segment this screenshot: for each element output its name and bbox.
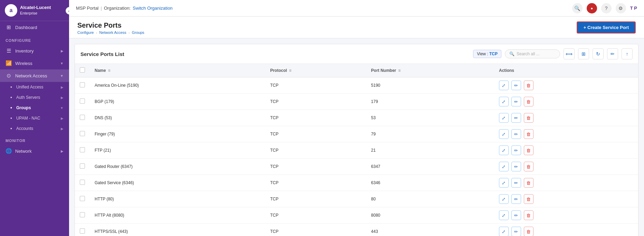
settings-icon-btn[interactable]: ⚙ [616, 3, 626, 13]
sidebar-item-wireless[interactable]: 📶 Wireless ▼ [0, 57, 69, 69]
delete-action-button[interactable]: 🗑 [524, 210, 534, 220]
table-row: Gated Router (6347) TCP 6347 ⤢ ✏ 🗑 [75, 159, 638, 175]
row-checkbox-cell [75, 175, 90, 191]
network-expand-arrow: ▶ [61, 149, 64, 153]
upam-nac-arrow: ▶ [61, 116, 64, 120]
view-action-button[interactable]: ⤢ [499, 113, 509, 123]
notification-avatar[interactable]: ● [587, 3, 597, 13]
row-protocol: TCP [265, 191, 366, 207]
row-checkbox[interactable] [80, 228, 85, 234]
row-checkbox[interactable] [80, 212, 85, 217]
edit-button[interactable]: ✏ [607, 48, 618, 59]
sidebar: a Alcatel-Lucent Enterprise ◀ ⊞ Dashboar… [0, 0, 69, 236]
table-row: HTTP Alt (8080) TCP 8080 ⤢ ✏ 🗑 [75, 207, 638, 224]
view-filter-badge[interactable]: View : TCP [473, 50, 501, 58]
row-checkbox[interactable] [80, 163, 85, 169]
page-header: Service Ports Configure - Network Access… [69, 17, 644, 38]
delete-action-button[interactable]: 🗑 [524, 145, 534, 155]
export-button[interactable]: ↑ [622, 48, 633, 59]
view-action-button[interactable]: ⤢ [499, 178, 509, 188]
refresh-button[interactable]: ↻ [593, 48, 604, 59]
view-action-button[interactable]: ⤢ [499, 162, 509, 171]
switch-org-link[interactable]: Switch Organization [133, 6, 173, 11]
edit-action-button[interactable]: ✏ [511, 210, 521, 220]
breadcrumb-groups[interactable]: Groups [132, 30, 144, 35]
delete-action-button[interactable]: 🗑 [524, 162, 534, 171]
wireless-icon: 📶 [6, 60, 12, 66]
create-service-port-button[interactable]: + Create Service Port [577, 21, 636, 34]
edit-action-button[interactable]: ✏ [511, 162, 521, 171]
delete-action-button[interactable]: 🗑 [524, 194, 534, 204]
edit-action-button[interactable]: ✏ [511, 129, 521, 139]
delete-action-button[interactable]: 🗑 [524, 113, 534, 123]
row-checkbox[interactable] [80, 196, 85, 201]
view-action-button[interactable]: ⤢ [499, 97, 509, 106]
search-icon-btn[interactable]: 🔍 [572, 3, 583, 13]
sidebar-sub-item-upam-nac[interactable]: UPAM - NAC ▶ [0, 113, 69, 123]
search-box[interactable]: 🔍 Search all ... [505, 49, 560, 58]
user-initials[interactable]: T P [630, 6, 637, 11]
page-header-left: Service Ports Configure - Network Access… [77, 21, 144, 35]
inventory-expand-arrow: ▶ [61, 49, 64, 53]
network-icon: 🌐 [6, 148, 12, 154]
sidebar-sub-item-auth-servers[interactable]: Auth Servers ▶ [0, 92, 69, 103]
table-row: HTTPS/SSL (443) TCP 443 ⤢ ✏ 🗑 [75, 224, 638, 236]
sidebar-item-dashboard[interactable]: ⊞ Dashboard [0, 21, 69, 34]
table-title: Service Ports List [80, 51, 470, 57]
column-chooser-button[interactable]: ⊞ [578, 48, 589, 59]
table-row: DNS (53) TCP 53 ⤢ ✏ 🗑 [75, 110, 638, 126]
page-title: Service Ports [77, 21, 144, 29]
view-action-button[interactable]: ⤢ [499, 210, 509, 220]
service-ports-table-panel: Service Ports List View : TCP 🔍 Search a… [75, 44, 638, 236]
name-sort-icon[interactable]: ≡ [108, 68, 110, 73]
row-protocol: TCP [265, 77, 366, 94]
edit-action-button[interactable]: ✏ [511, 178, 521, 188]
row-name: HTTPS/SSL (443) [90, 224, 265, 236]
view-action-button[interactable]: ⤢ [499, 227, 509, 236]
row-protocol: TCP [265, 159, 366, 175]
delete-action-button[interactable]: 🗑 [524, 81, 534, 90]
help-icon-btn[interactable]: ? [601, 3, 612, 13]
sidebar-item-network[interactable]: 🌐 Network ▶ [0, 145, 69, 157]
breadcrumb-network-access[interactable]: Network Access [99, 30, 126, 35]
row-checkbox[interactable] [80, 147, 85, 152]
row-checkbox[interactable] [80, 98, 85, 104]
port-number-sort-icon[interactable]: ≡ [398, 68, 401, 73]
view-action-button[interactable]: ⤢ [499, 145, 509, 155]
protocol-sort-icon[interactable]: ≡ [289, 68, 291, 73]
edit-action-button[interactable]: ✏ [511, 145, 521, 155]
delete-action-button[interactable]: 🗑 [524, 129, 534, 139]
row-port-number: 179 [366, 94, 494, 110]
edit-action-button[interactable]: ✏ [511, 81, 521, 90]
view-action-button[interactable]: ⤢ [499, 194, 509, 204]
breadcrumb: Configure - Network Access - Groups [77, 30, 144, 35]
row-name: BGP (179) [90, 94, 265, 110]
sidebar-item-inventory[interactable]: ☰ Inventory ▶ [0, 45, 69, 57]
edit-action-button[interactable]: ✏ [511, 97, 521, 106]
row-checkbox[interactable] [80, 180, 85, 185]
row-checkbox[interactable] [80, 115, 85, 120]
edit-action-button[interactable]: ✏ [511, 113, 521, 123]
topbar-left: MSP Portal | Organization: Switch Organi… [76, 6, 173, 11]
fit-columns-button[interactable]: ⟺ [564, 48, 575, 59]
edit-action-button[interactable]: ✏ [511, 227, 521, 236]
network-access-icon: ⊙ [6, 73, 12, 79]
edit-action-button[interactable]: ✏ [511, 194, 521, 204]
row-checkbox[interactable] [80, 82, 85, 87]
select-all-checkbox[interactable] [80, 67, 85, 73]
delete-action-button[interactable]: 🗑 [524, 178, 534, 188]
sidebar-item-network-access[interactable]: ⊙ Network Access ▼ [0, 69, 69, 82]
delete-action-button[interactable]: 🗑 [524, 227, 534, 236]
row-actions: ⤢ ✏ 🗑 [494, 224, 638, 236]
delete-action-button[interactable]: 🗑 [524, 97, 534, 106]
row-checkbox-cell [75, 207, 90, 224]
view-action-button[interactable]: ⤢ [499, 81, 509, 90]
sidebar-sub-item-unified-access[interactable]: Unified Access ▶ [0, 82, 69, 92]
view-action-button[interactable]: ⤢ [499, 129, 509, 139]
sidebar-sub-item-accounts[interactable]: Accounts ▶ [0, 123, 69, 134]
page-content: Service Ports Configure - Network Access… [69, 17, 644, 236]
breadcrumb-configure[interactable]: Configure [77, 30, 94, 35]
sidebar-sub-item-groups[interactable]: Groups ▼ [0, 103, 69, 113]
groups-arrow: ▼ [60, 106, 64, 110]
row-checkbox[interactable] [80, 131, 85, 136]
